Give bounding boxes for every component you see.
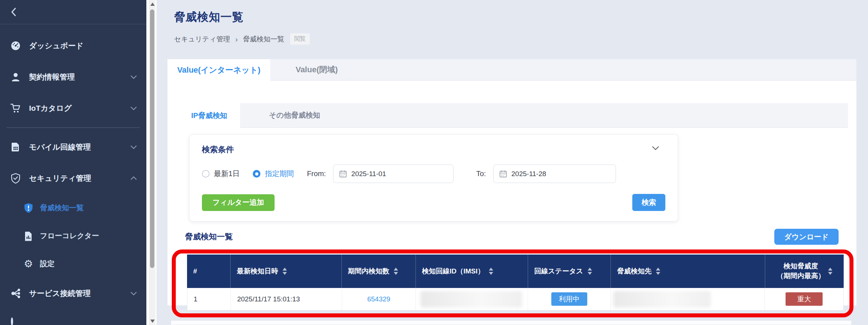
calendar-icon [339,170,347,178]
from-date-input[interactable]: 2025-11-01 [333,164,454,183]
sidebar-item-partial [0,318,146,325]
sidebar-collapse-button[interactable] [0,0,146,24]
sidebar-subitem-flow-collector[interactable]: フローコレクター [0,222,146,250]
scrollbar-thumb[interactable] [150,9,154,268]
breadcrumb-security-management[interactable]: セキュリティ管理 [174,34,230,44]
collapse-chevron-icon[interactable] [650,144,661,152]
vertical-scrollbar[interactable] [146,0,157,325]
threat-subtabbar: IP脅威検知 その他脅威検知 [178,103,848,128]
column-header-index: # [187,255,231,288]
cart-icon [10,103,21,114]
radio-label: 指定期間 [265,169,294,179]
user-icon [10,72,21,82]
search-button[interactable]: 検索 [632,194,665,211]
add-filter-button[interactable]: フィルター追加 [202,194,275,211]
redacted-destination-blob [613,291,711,308]
view-permission-badge: 閲覧 [290,33,310,45]
column-header-latest-datetime[interactable]: 最新検知日時 [231,255,342,288]
sidebar-subitem-settings[interactable]: ⚙ 設定 [0,250,146,278]
radio-unselected-icon [202,170,210,178]
radio-specified-period[interactable]: 指定期間 [253,169,294,179]
line-status-badge: 利用中 [551,292,587,306]
sidebar-item-security[interactable]: セキュリティ管理 [0,163,146,194]
sidebar-subitem-label: 脅威検知一覧 [40,203,84,213]
threat-list-header: 脅威検知一覧 ダウンロード [185,229,839,245]
chevron-down-icon [130,291,137,296]
count-link[interactable]: 654329 [367,295,390,303]
sidebar-item-service-connection[interactable]: サービス接続管理 [0,278,146,309]
column-header-count-in-period[interactable]: 期間内検知数 [342,255,416,288]
cell-index: 1 [187,288,231,310]
page-header: 脅威検知一覧 セキュリティ管理 › 脅威検知一覧 閲覧 [167,0,856,45]
page-title: 脅威検知一覧 [174,9,856,25]
sort-icon [394,268,398,275]
search-condition-card: 検索条件 最新1日 指定期間 From: [189,134,678,222]
radio-label: 最新1日 [214,169,240,179]
sidebar-subitem-threat-list[interactable]: 脅威検知一覧 [0,194,146,222]
to-date-input[interactable]: 2025-11-28 [493,164,616,183]
from-label: From: [307,170,326,178]
tab-value-internet[interactable]: Value(インターネット) [167,59,270,81]
sort-icon [588,268,592,275]
calendar-icon [499,170,507,178]
sort-icon [828,268,832,275]
shield-check-icon [10,173,21,184]
sidebar-subitem-label: フローコレクター [40,231,99,241]
scroll-down-arrow-icon[interactable] [150,320,155,323]
sidebar-item-mobile-line[interactable]: モバイル回線管理 [0,131,146,163]
search-condition-title: 検索条件 [202,144,234,155]
network-hub-icon [10,288,21,299]
sidebar-divider [7,127,140,128]
threat-table-zone: # 最新検知日時 期間内検知数 検知回線ID（IMSI） 回線ステータス 脅威検… [187,255,844,310]
column-header-line-status[interactable]: 回線ステータス [528,255,611,288]
sort-icon [283,268,287,275]
cell-destination-redacted [611,288,765,310]
breadcrumb: セキュリティ管理 › 脅威検知一覧 閲覧 [174,33,856,45]
threat-table: # 最新検知日時 期間内検知数 検知回線ID（IMSI） 回線ステータス 脅威検… [187,255,844,310]
sort-icon [489,268,493,275]
column-header-severity[interactable]: 検知脅威度（期間内最高） [765,255,844,288]
sidebar-item-label: 契約情報管理 [29,72,130,82]
sim-icon [10,142,21,153]
from-date-value: 2025-11-01 [351,170,386,178]
sidebar-item-label: モバイル回線管理 [29,142,130,152]
sidebar-item-dashboard[interactable]: ダッシュボード [0,30,146,61]
sidebar-item-label: ダッシュボード [29,41,137,51]
cell-imsi-redacted [416,288,528,310]
cell-latest-datetime: 2025/11/17 15:01:13 [231,288,342,310]
download-button[interactable]: ダウンロード [774,229,839,245]
partial-circle-icon [11,317,13,325]
sidebar-nav: ダッシュボード 契約情報管理 IoTカタログ モバイル回 [0,24,146,325]
column-header-destination[interactable]: 脅威検知先 [611,255,765,288]
chevron-down-icon [130,75,137,79]
gear-icon: ⚙ [23,259,33,269]
subtab-other-threat[interactable]: その他脅威検知 [240,103,349,127]
tab-content-panel: IP脅威検知 その他脅威検知 検索条件 最新1日 指定期間 From [167,81,856,305]
value-tabbar: Value(インターネット) Value(閉域) [167,59,856,81]
sidebar-item-iot-catalog[interactable]: IoTカタログ [0,93,146,124]
severity-badge: 重大 [786,292,823,306]
scroll-up-arrow-icon[interactable] [150,3,155,6]
to-date-value: 2025-11-28 [511,170,546,178]
table-row: 1 2025/11/17 15:01:13 654329 利用中 重大 [187,288,844,310]
tab-value-closed[interactable]: Value(閉域) [270,59,363,80]
chevron-left-icon [10,7,17,17]
sidebar: ダッシュボード 契約情報管理 IoTカタログ モバイル回 [0,0,146,325]
column-header-imsi[interactable]: 検知回線ID（IMSI） [416,255,528,288]
dashboard-icon [10,40,21,51]
subtab-ip-threat[interactable]: IP脅威検知 [178,103,240,128]
threat-list-title: 脅威検知一覧 [185,231,233,242]
radio-latest-1day[interactable]: 最新1日 [202,169,240,179]
cell-line-status: 利用中 [528,288,611,310]
cell-severity: 重大 [765,288,843,310]
next-section-divider [171,320,851,325]
chevron-up-icon [130,176,137,180]
alert-shield-icon [23,203,33,213]
cell-count-link: 654329 [342,288,416,310]
sidebar-subitem-label: 設定 [40,259,54,269]
chevron-down-icon [130,106,137,110]
to-label: To: [476,170,486,178]
sidebar-item-label: IoTカタログ [29,103,130,113]
sidebar-item-contract-info[interactable]: 契約情報管理 [0,61,146,93]
sort-icon [656,268,660,275]
